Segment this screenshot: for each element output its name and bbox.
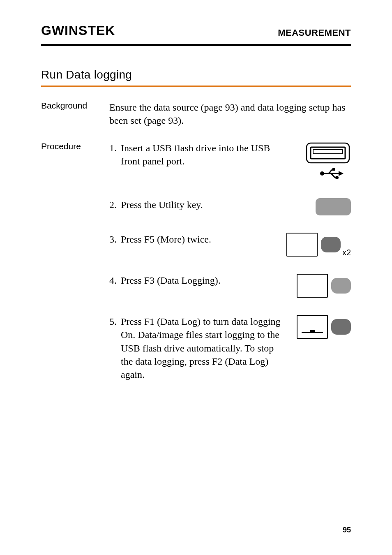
softkey-screen-icon [297, 315, 328, 339]
svg-rect-1 [311, 147, 345, 159]
page-root: GWINSTEK MEASUREMENT Run Data logging Ba… [0, 0, 392, 555]
header-rule [41, 44, 351, 46]
utility-key-illustration [289, 198, 351, 215]
utility-key-icon [316, 198, 351, 215]
softkey-button-icon [331, 278, 351, 294]
procedure-label: Procedure [41, 141, 109, 382]
list-item: 4. Press F3 (Data Logging). [109, 274, 351, 298]
item-number: 4. [109, 274, 121, 287]
item-text: Press F1 (Data Log) to turn data logging… [121, 315, 289, 382]
item-text: Press F3 (Data Logging). [121, 274, 289, 287]
header-section-label: MEASUREMENT [278, 28, 351, 38]
svg-marker-5 [339, 171, 344, 176]
item-number: 1. [109, 141, 121, 155]
softkey-button-icon [331, 319, 351, 335]
item-number: 3. [109, 233, 121, 246]
list-item: 5. Press F1 (Data Log) to turn data logg… [109, 315, 351, 382]
list-item: 2. Press the Utility key. [109, 198, 351, 215]
item-text: Insert a USB flash drive into the USB fr… [121, 141, 289, 168]
procedure-list: 1. Insert a USB flash drive into the USB… [109, 141, 351, 382]
background-block: Background Ensure the data source (page … [41, 101, 351, 127]
svg-point-7 [335, 176, 339, 179]
background-text: Ensure the data source (page 93) and dat… [109, 101, 351, 127]
softkey-screen-icon [286, 233, 318, 257]
usb-port-illustration [289, 141, 351, 181]
procedure-body: 1. Insert a USB flash drive into the USB… [109, 141, 351, 382]
list-item: 3. Press F5 (More) twice. x2 [109, 233, 351, 257]
repeat-count: x2 [342, 247, 351, 258]
f5-more-illustration: x2 [289, 233, 351, 257]
svg-point-3 [320, 171, 324, 176]
item-number: 2. [109, 198, 121, 211]
item-text: Press F5 (More) twice. [121, 233, 289, 246]
item-text: Press the Utility key. [121, 198, 289, 211]
item-number: 5. [109, 315, 121, 328]
f1-data-log-illustration [289, 315, 351, 339]
softkey-button-icon [321, 237, 341, 252]
f3-data-logging-illustration [289, 274, 351, 298]
section-title-rule [41, 86, 351, 87]
background-label: Background [41, 101, 109, 127]
svg-rect-6 [332, 168, 335, 171]
usb-port-icon [305, 141, 351, 181]
list-item: 1. Insert a USB flash drive into the USB… [109, 141, 351, 181]
page-number: 95 [343, 526, 351, 534]
brand-logo: GWINSTEK [41, 23, 115, 38]
section-title: Run Data logging [41, 68, 351, 81]
softkey-screen-icon [297, 274, 328, 298]
svg-rect-2 [313, 150, 343, 154]
procedure-block: Procedure 1. Insert a USB flash drive in… [41, 141, 351, 382]
page-header: GWINSTEK MEASUREMENT [41, 23, 351, 42]
